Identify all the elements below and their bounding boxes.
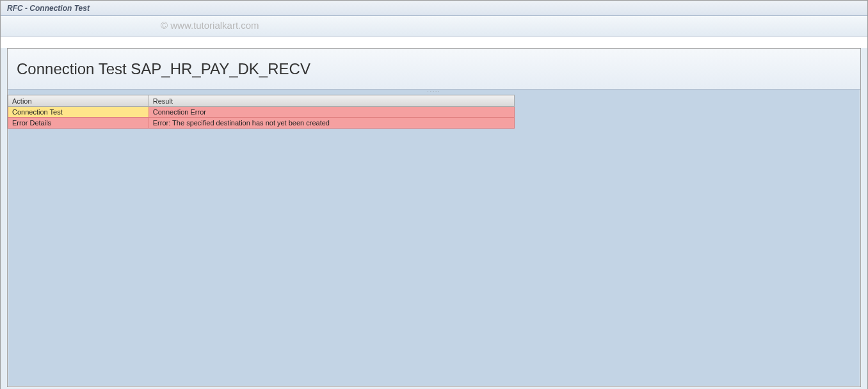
splitter-handle[interactable]: ∙∙∙∙∙: [8, 90, 860, 95]
header-action[interactable]: Action: [8, 95, 149, 107]
cell-action: Error Details: [8, 118, 149, 129]
cell-result: Connection Error: [149, 107, 514, 118]
header-result[interactable]: Result: [149, 95, 514, 107]
title-bar: RFC - Connection Test: [1, 1, 867, 16]
panel-heading: Connection Test SAP_HR_PAY_DK_RECV: [17, 60, 310, 78]
result-table: Action Result Connection Test Connection…: [8, 95, 515, 129]
app-window: RFC - Connection Test © www.tutorialkart…: [0, 0, 868, 389]
table-row[interactable]: Error Details Error: The specified desti…: [8, 118, 515, 129]
content-area: Connection Test SAP_HR_PAY_DK_RECV ∙∙∙∙∙…: [1, 48, 867, 389]
watermark-text: © www.tutorialkart.com: [161, 20, 259, 31]
panel-header: Connection Test SAP_HR_PAY_DK_RECV: [8, 49, 860, 90]
main-panel: Connection Test SAP_HR_PAY_DK_RECV ∙∙∙∙∙…: [7, 48, 861, 387]
toolbar: © www.tutorialkart.com: [1, 16, 867, 36]
table-row[interactable]: Connection Test Connection Error: [8, 107, 515, 118]
cell-action: Connection Test: [8, 107, 149, 118]
table-header-row: Action Result: [8, 95, 515, 107]
cell-result: Error: The specified destination has not…: [149, 118, 514, 129]
window-title: RFC - Connection Test: [7, 4, 90, 13]
